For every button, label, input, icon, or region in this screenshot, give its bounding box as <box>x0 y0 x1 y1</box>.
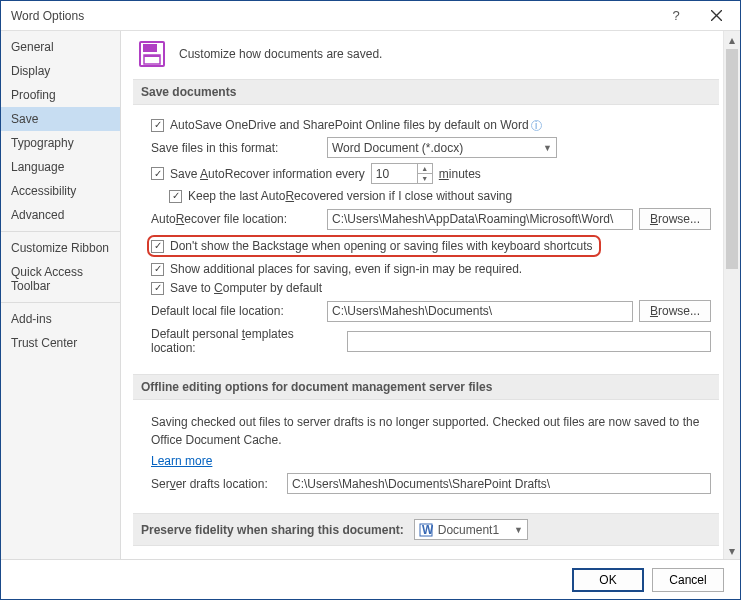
chevron-down-icon: ▼ <box>543 143 552 153</box>
svg-rect-5 <box>144 55 160 57</box>
save-format-select[interactable]: Word Document (*.docx) ▼ <box>327 137 557 158</box>
local-location-browse-button[interactable]: Browse... <box>639 300 711 322</box>
sidebar-item-language[interactable]: Language <box>1 155 120 179</box>
save-format-value: Word Document (*.docx) <box>332 141 463 155</box>
word-options-dialog: Word Options ? General Display Proofing … <box>0 0 741 600</box>
local-location-label: Default local file location: <box>151 304 321 318</box>
dont-show-backstage-label: Don't show the Backstage when opening or… <box>170 239 593 253</box>
sidebar-item-accessibility[interactable]: Accessibility <box>1 179 120 203</box>
server-drafts-input[interactable] <box>287 473 711 494</box>
templates-location-label: Default personal templates location: <box>151 327 341 355</box>
section-title: Save documents <box>133 79 719 105</box>
keep-last-autorecover-checkbox[interactable] <box>169 190 182 203</box>
section-title-row: Preserve fidelity when sharing this docu… <box>133 513 719 546</box>
sidebar-item-customize-ribbon[interactable]: Customize Ribbon <box>1 236 120 260</box>
show-additional-places-label: Show additional places for saving, even … <box>170 262 522 276</box>
dialog-body: General Display Proofing Save Typography… <box>1 31 740 559</box>
content: Customize how documents are saved. Save … <box>121 31 723 559</box>
sidebar-item-save[interactable]: Save <box>1 107 120 131</box>
sidebar-divider <box>1 231 120 232</box>
autorecover-location-input[interactable] <box>327 209 633 230</box>
help-button[interactable]: ? <box>662 8 690 23</box>
save-format-label: Save files in this format: <box>151 141 321 155</box>
spinner-up[interactable]: ▲ <box>418 164 432 174</box>
sidebar: General Display Proofing Save Typography… <box>1 31 121 559</box>
section-save-documents: Save documents AutoSave OneDrive and Sha… <box>133 79 719 368</box>
close-button[interactable] <box>696 3 736 29</box>
save-to-computer-label: Save to Computer by default <box>170 281 322 295</box>
autorecover-location-label: AutoRecover file location: <box>151 212 321 226</box>
titlebar: Word Options ? <box>1 1 740 31</box>
save-to-computer-checkbox[interactable] <box>151 282 164 295</box>
learn-more-link[interactable]: Learn more <box>151 454 212 468</box>
window-controls: ? <box>662 3 736 29</box>
cancel-button[interactable]: Cancel <box>652 568 724 592</box>
word-doc-icon: W <box>419 523 433 537</box>
page-header: Customize how documents are saved. <box>137 39 719 69</box>
scroll-down-arrow[interactable]: ▾ <box>724 542 740 559</box>
sidebar-item-advanced[interactable]: Advanced <box>1 203 120 227</box>
sidebar-item-trust-center[interactable]: Trust Center <box>1 331 120 355</box>
dont-show-backstage-checkbox[interactable] <box>151 240 164 253</box>
sidebar-item-general[interactable]: General <box>1 35 120 59</box>
fidelity-document-value: Document1 <box>438 523 499 537</box>
offline-blurb: Saving checked out files to server draft… <box>151 413 711 449</box>
autorecover-minutes-value: 10 <box>371 163 417 184</box>
show-additional-places-checkbox[interactable] <box>151 263 164 276</box>
sidebar-item-display[interactable]: Display <box>1 59 120 83</box>
keep-last-autorecover-label: Keep the last AutoRecovered version if I… <box>188 189 512 203</box>
fidelity-document-select[interactable]: W Document1 ▼ <box>414 519 528 540</box>
save-page-icon <box>137 39 167 69</box>
sidebar-item-addins[interactable]: Add-ins <box>1 307 120 331</box>
window-title: Word Options <box>11 9 84 23</box>
autosave-label: AutoSave OneDrive and SharePoint Online … <box>170 118 542 132</box>
autorecover-label: Save AutoRecover information every <box>170 167 365 181</box>
scroll-up-arrow[interactable]: ▴ <box>724 31 740 48</box>
section-title: Offline editing options for document man… <box>133 374 719 400</box>
svg-text:W: W <box>422 523 433 537</box>
templates-location-input[interactable] <box>347 331 711 352</box>
autorecover-checkbox[interactable] <box>151 167 164 180</box>
svg-rect-3 <box>143 44 157 52</box>
section-preserve-fidelity: Preserve fidelity when sharing this docu… <box>133 513 719 559</box>
minutes-label: minutes <box>439 167 481 181</box>
sidebar-divider <box>1 302 120 303</box>
scroll-thumb[interactable] <box>726 49 738 269</box>
highlight-box: Don't show the Backstage when opening or… <box>147 235 601 257</box>
spinner-down[interactable]: ▼ <box>418 174 432 183</box>
autorecover-browse-button[interactable]: Browse... <box>639 208 711 230</box>
ok-button[interactable]: OK <box>572 568 644 592</box>
sidebar-item-proofing[interactable]: Proofing <box>1 83 120 107</box>
local-location-input[interactable] <box>327 301 633 322</box>
section-offline-editing: Offline editing options for document man… <box>133 374 719 507</box>
page-header-text: Customize how documents are saved. <box>179 47 382 61</box>
dialog-footer: OK Cancel <box>1 559 740 599</box>
sidebar-item-qat[interactable]: Quick Access Toolbar <box>1 260 120 298</box>
close-icon <box>711 10 722 21</box>
autosave-checkbox[interactable] <box>151 119 164 132</box>
vertical-scrollbar[interactable]: ▴ ▾ <box>723 31 740 559</box>
content-wrap: Customize how documents are saved. Save … <box>121 31 740 559</box>
chevron-down-icon: ▼ <box>514 525 523 535</box>
sidebar-item-typography[interactable]: Typography <box>1 131 120 155</box>
autorecover-minutes-spinner[interactable]: 10 ▲▼ <box>371 163 433 184</box>
section-title: Preserve fidelity when sharing this docu… <box>141 523 404 537</box>
server-drafts-label: Server drafts location: <box>151 477 281 491</box>
info-icon[interactable]: i <box>531 120 542 131</box>
